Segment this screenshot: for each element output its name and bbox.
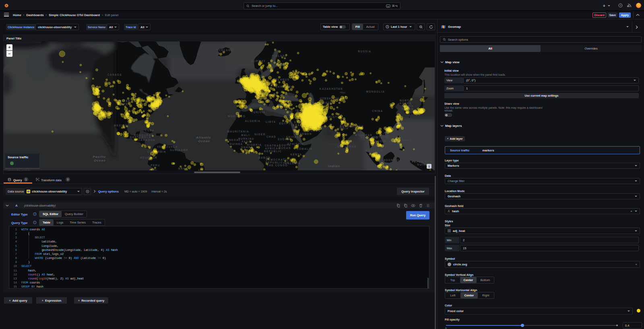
svg-text:UZBEKISTAN: UZBEKISTAN	[320, 97, 342, 100]
svg-text:MONGOLIA: MONGOLIA	[366, 90, 385, 93]
svg-text:GUINEA: GUINEA	[229, 143, 243, 145]
svg-text:REPUBLIC: REPUBLIC	[264, 150, 282, 153]
svg-text:RUSSIA: RUSSIA	[358, 50, 372, 53]
svg-text:Indian: Indian	[328, 164, 340, 168]
svg-text:MEXICO: MEXICO	[114, 124, 128, 127]
svg-text:CHINA: CHINA	[372, 110, 383, 112]
svg-text:LIBYA: LIBYA	[266, 120, 276, 123]
svg-text:INDONESIA: INDONESIA	[382, 159, 402, 161]
svg-text:MALAYSIA: MALAYSIA	[365, 149, 383, 152]
svg-text:CHAD: CHAD	[266, 135, 276, 138]
svg-text:CENTRAL: CENTRAL	[265, 144, 281, 147]
svg-text:Ocean: Ocean	[94, 159, 105, 162]
svg-text:i: i	[35, 221, 35, 223]
svg-text:PAPUA NEW: PAPUA NEW	[412, 160, 432, 163]
svg-text:CUBA: CUBA	[145, 129, 155, 132]
svg-text:KENYA: KENYA	[291, 153, 302, 156]
svg-text:MOROCCO: MOROCCO	[228, 115, 246, 118]
svg-text:NORWAY: NORWAY	[251, 60, 266, 62]
svg-text:NORTH: NORTH	[400, 99, 412, 102]
svg-text:ALGERIA: ALGERIA	[245, 120, 261, 122]
svg-text:PERU: PERU	[151, 164, 160, 167]
svg-text:VIETNAM: VIETNAM	[373, 136, 388, 139]
svg-text:EGYPT: EGYPT	[279, 122, 291, 125]
svg-text:NIGER: NIGER	[254, 133, 265, 136]
svg-text:FINLAND: FINLAND	[272, 54, 287, 57]
svg-text:Atlantic: Atlantic	[196, 136, 211, 139]
svg-text:HONDURAS: HONDURAS	[134, 134, 153, 137]
svg-text:VENEZUELA: VENEZUELA	[157, 145, 178, 148]
svg-text:Pacific: Pacific	[93, 155, 106, 159]
svg-text:?: ?	[620, 4, 621, 7]
svg-text:SURINAME: SURINAME	[170, 149, 188, 151]
svg-text:ICELAND: ICELAND	[218, 49, 233, 52]
svg-text:Ocean: Ocean	[198, 139, 210, 143]
svg-text:MALI: MALI	[241, 134, 250, 137]
svg-text:ERITREA: ERITREA	[286, 136, 301, 139]
svg-text:AFRICAN: AFRICAN	[265, 147, 281, 150]
svg-text:MAURITANIA: MAURITANIA	[227, 130, 249, 133]
svg-text:SUDAN: SUDAN	[279, 147, 291, 149]
svg-text:KAZAKHSTAN: KAZAKHSTAN	[320, 87, 343, 90]
svg-text:i: i	[35, 213, 35, 215]
svg-text:CANADA: CANADA	[107, 73, 122, 76]
svg-text:TUNISIA: TUNISIA	[251, 111, 266, 114]
svg-text:SOMALIA: SOMALIA	[297, 147, 313, 150]
